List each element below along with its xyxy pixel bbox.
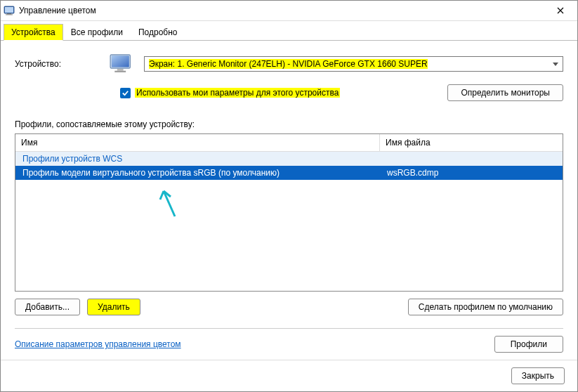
profile-buttons-row: Добавить... Удалить Сделать профилем по … xyxy=(15,299,563,315)
list-body: Профили устройств WCS Профиль модели вир… xyxy=(15,152,563,180)
delete-button[interactable]: Удалить xyxy=(87,299,140,315)
svg-rect-8 xyxy=(114,71,126,72)
window-title: Управление цветом xyxy=(19,6,546,15)
tab-all-profiles[interactable]: Все профили xyxy=(63,24,131,41)
use-my-settings-label: Использовать мои параметры для этого уст… xyxy=(135,88,340,98)
device-label: Устройство: xyxy=(15,59,99,69)
tab-panel-devices: Устройство: Экран: 1. Generic Monitor (2… xyxy=(1,40,577,360)
annotation-arrow-icon xyxy=(152,185,188,221)
list-header: Имя Имя файла xyxy=(15,134,563,152)
tab-devices[interactable]: Устройства xyxy=(4,24,63,41)
use-settings-row: Использовать мои параметры для этого уст… xyxy=(15,84,563,101)
profile-group-wcs: Профили устройств WCS xyxy=(15,152,563,166)
device-row: Устройство: Экран: 1. Generic Monitor (2… xyxy=(15,53,563,74)
profile-filename: wsRGB.cdmp xyxy=(380,166,563,180)
set-default-button[interactable]: Сделать профилем по умолчанию xyxy=(408,299,563,315)
profile-row-selected[interactable]: Профиль модели виртуального устройства s… xyxy=(15,166,563,180)
svg-rect-7 xyxy=(117,69,124,71)
footer: Закрыть xyxy=(1,360,577,391)
divider xyxy=(15,328,563,329)
close-icon[interactable] xyxy=(546,1,574,20)
use-my-settings-checkbox[interactable]: Использовать мои параметры для этого уст… xyxy=(120,88,340,98)
tab-details[interactable]: Подробно xyxy=(131,24,185,41)
column-filename[interactable]: Имя файла xyxy=(380,134,563,151)
svg-rect-6 xyxy=(112,56,129,67)
close-button[interactable]: Закрыть xyxy=(511,367,565,384)
svg-rect-1 xyxy=(5,7,13,13)
bottom-row: Описание параметров управления цветом Пр… xyxy=(15,336,563,353)
device-value: Экран: 1. Generic Monitor (247ELH) - NVI… xyxy=(149,59,428,69)
profiles-for-device-label: Профили, сопоставляемые этому устройству… xyxy=(15,119,563,129)
profiles-list[interactable]: Имя Имя файла Профили устройств WCS Проф… xyxy=(15,133,563,292)
color-management-window: Управление цветом Устройства Все профили… xyxy=(0,0,578,392)
profiles-button[interactable]: Профили xyxy=(494,336,563,353)
column-name[interactable]: Имя xyxy=(15,134,380,151)
tab-strip: Устройства Все профили Подробно xyxy=(1,24,577,41)
svg-rect-3 xyxy=(6,14,13,15)
app-icon xyxy=(4,5,15,16)
add-button[interactable]: Добавить... xyxy=(15,299,80,315)
help-link[interactable]: Описание параметров управления цветом xyxy=(15,339,181,349)
identify-monitors-button[interactable]: Определить мониторы xyxy=(447,84,563,101)
checkbox-checked-icon xyxy=(120,88,131,98)
svg-rect-2 xyxy=(7,13,11,14)
device-dropdown[interactable]: Экран: 1. Generic Monitor (247ELH) - NVI… xyxy=(144,56,563,72)
monitor-icon xyxy=(109,53,134,74)
titlebar: Управление цветом xyxy=(1,1,577,21)
profile-name: Профиль модели виртуального устройства s… xyxy=(15,166,380,180)
